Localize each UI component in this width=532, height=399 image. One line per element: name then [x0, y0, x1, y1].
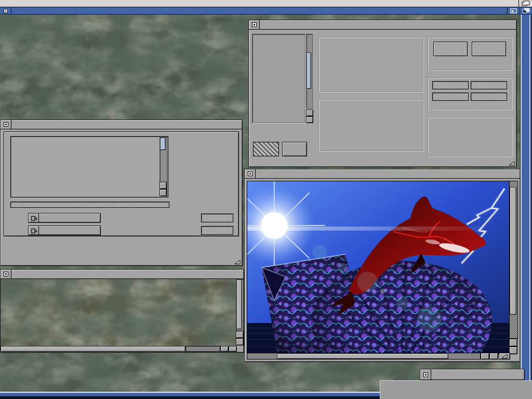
cycle-icon — [29, 226, 39, 235]
window-title — [256, 169, 520, 178]
resize-icon[interactable] — [233, 259, 242, 265]
tool-dock — [380, 380, 532, 399]
frame-thickness-group — [428, 117, 512, 156]
scroll-down-icon[interactable] — [306, 116, 313, 123]
workbench-title — [11, 7, 507, 14]
vf-titlebar[interactable] — [420, 369, 524, 380]
spacing-right-field[interactable] — [432, 92, 469, 101]
scroll-up-icon[interactable] — [236, 331, 244, 338]
iconify-icon[interactable] — [507, 7, 520, 14]
image-canvas — [247, 181, 510, 354]
vmm-window — [0, 119, 243, 266]
close-icon[interactable] — [420, 369, 431, 380]
vmm-task-list[interactable] — [10, 136, 168, 197]
window-background-swatch[interactable] — [433, 42, 468, 57]
spacing-left-field[interactable] — [432, 81, 469, 89]
resize-icon[interactable] — [508, 160, 516, 166]
window-title — [11, 120, 242, 129]
screen-depth-icon[interactable] — [518, 0, 532, 7]
requester-background-swatch[interactable] — [472, 42, 506, 57]
vmm-list-scrollbar[interactable] — [159, 137, 167, 196]
workbench-titlebar[interactable] — [0, 7, 532, 15]
data-cycle[interactable] — [28, 225, 101, 235]
depth-icon[interactable] — [520, 7, 532, 14]
scroll-up-icon[interactable] — [509, 339, 517, 347]
min-public-field[interactable] — [201, 214, 233, 222]
system-vertical-scrollbar[interactable] — [236, 279, 244, 345]
system-drawer-window — [0, 269, 244, 353]
window-title — [260, 20, 516, 29]
mui-empty-swatch[interactable] — [282, 142, 307, 156]
scroll-right-icon[interactable] — [489, 353, 498, 360]
close-icon[interactable] — [0, 7, 11, 14]
background-group — [428, 37, 512, 70]
spacing-group — [428, 77, 512, 110]
scroll-down-icon[interactable] — [159, 189, 167, 196]
mui-list-scrollbar[interactable] — [306, 34, 313, 109]
dolphin-artwork — [247, 181, 510, 354]
desktop — [0, 15, 532, 399]
scroll-down-icon[interactable] — [236, 338, 244, 345]
scroll-left-icon[interactable] — [220, 346, 229, 352]
window-title — [11, 270, 244, 278]
image-vertical-scrollbar[interactable] — [509, 181, 518, 354]
image-horizontal-scrollbar[interactable] — [247, 353, 510, 360]
close-icon[interactable] — [245, 169, 256, 178]
close-icon[interactable] — [249, 20, 260, 29]
scroll-down-icon[interactable] — [509, 347, 517, 354]
scroll-right-icon[interactable] — [229, 346, 237, 352]
scroll-up-icon[interactable] — [306, 110, 313, 116]
vmm-gauge — [10, 202, 169, 208]
memory-status-window — [420, 369, 525, 380]
cycle-icon — [29, 214, 39, 222]
workbench-right-border — [520, 15, 532, 399]
close-icon[interactable] — [1, 270, 11, 278]
spacing-bottom-field[interactable] — [471, 92, 507, 101]
spacing-top-field[interactable] — [471, 81, 507, 89]
mui-category-list[interactable] — [252, 34, 305, 123]
scroll-left-icon[interactable] — [481, 353, 489, 360]
mui-preferences-window — [248, 20, 517, 167]
window-control-group — [318, 37, 423, 92]
vmm-titlebar[interactable] — [1, 120, 242, 129]
close-icon[interactable] — [1, 120, 11, 129]
default-fonts-group — [318, 99, 423, 151]
image-titlebar[interactable] — [245, 169, 520, 179]
screen-menubar — [0, 0, 532, 7]
min-nonpublic-field[interactable] — [201, 226, 233, 235]
image-viewer-window — [244, 169, 521, 362]
window-title — [431, 369, 524, 380]
system-titlebar[interactable] — [1, 270, 244, 279]
code-cycle[interactable] — [28, 213, 101, 223]
scroll-up-icon[interactable] — [159, 182, 167, 189]
mui-pattern-swatch[interactable] — [253, 142, 279, 156]
system-horizontal-scrollbar[interactable] — [1, 346, 237, 352]
mui-titlebar[interactable] — [249, 20, 516, 30]
resize-icon[interactable] — [499, 353, 510, 360]
